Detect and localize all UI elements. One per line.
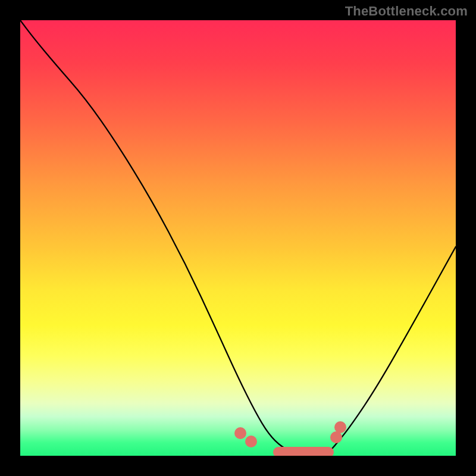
bottleneck-curve-path xyxy=(20,20,456,456)
plot-area xyxy=(20,20,456,456)
valley-dot-2 xyxy=(245,436,257,447)
chart-frame: TheBottleneck.com xyxy=(0,0,476,476)
valley-band xyxy=(273,447,334,456)
bottleneck-curve xyxy=(20,20,456,456)
watermark-text: TheBottleneck.com xyxy=(345,4,468,19)
valley-dot-1 xyxy=(234,427,246,439)
valley-dot-3 xyxy=(330,431,342,443)
